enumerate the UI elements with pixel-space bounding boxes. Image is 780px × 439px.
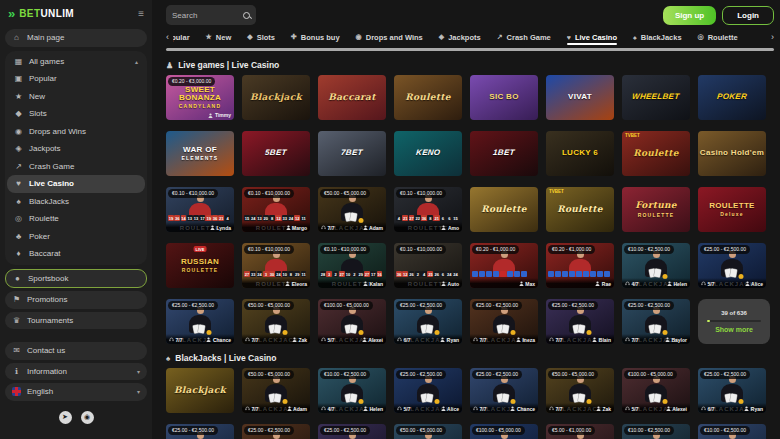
game-tile-blackjack-chance[interactable]: €25.00 - €2,500.00 BLACKJACK 7/7 Chance	[166, 299, 234, 344]
game-tile-blackjack[interactable]: Blackjack	[242, 75, 310, 120]
sidebar-item-jackpots[interactable]: ◈Jackpots	[7, 140, 145, 158]
tabs-scroll-right-icon[interactable]: ›	[771, 32, 774, 42]
game-tile-blackjack-helen[interactable]: €10.00 - €2,500.00 BLACKJACK 4/7 Helen	[318, 368, 386, 413]
game-tile-fortune-roulette[interactable]: Fortune ROULETTE	[622, 187, 690, 232]
game-tile-roulette-margo[interactable]: €0.10 - €10,000.00 1524132081233241211 R…	[242, 187, 310, 232]
tab-roulette[interactable]: ◎Roulette	[698, 29, 738, 45]
game-tile-roulette-amo[interactable]: €0.10 - €10,000.00 4212722368216615 ROUL…	[394, 187, 462, 232]
game-tile-blackjack[interactable]: €50.00 - €5,000.00 BLACKJACK	[394, 424, 462, 439]
game-tile-roulette[interactable]: TVBET Roulette	[622, 131, 690, 176]
game-tile-sic-bo[interactable]: SIC BO	[470, 75, 538, 120]
game-tile-roulette-kalan[interactable]: €0.10 - €10,000.00 28322710229271716 ROU…	[318, 243, 386, 288]
sidebar-item-roulette[interactable]: ◎Roulette	[7, 210, 145, 228]
game-tile-roulette-eleora[interactable]: €0.10 - €10,000.00 273324330241082911 RO…	[242, 243, 310, 288]
search-icon[interactable]	[243, 12, 250, 19]
game-tile-blackjack[interactable]: €25.00 - €2,500.00 BLACKJACK	[166, 424, 234, 439]
sidebar-item-english[interactable]: English▾	[5, 383, 147, 401]
tab-new[interactable]: ★New	[206, 29, 232, 45]
game-tile-roulette[interactable]: TVBET Roulette	[546, 187, 614, 232]
tab-live-casino[interactable]: ♥Live Casino	[567, 29, 617, 45]
game-tile-blackjack[interactable]: €10.00 - €2,500.00 BLACKJACK	[622, 424, 690, 439]
game-tile-blackjack-alexei[interactable]: €100.00 - €5,000.00 BLACKJACK 5/7 Alexei	[622, 368, 690, 413]
sidebar-item-crash-game[interactable]: ↗Crash Game	[7, 158, 145, 176]
instagram-icon[interactable]: ◉	[81, 411, 94, 424]
tab-slots[interactable]: ◆Slots	[247, 29, 275, 45]
sidebar-item-blackjacks[interactable]: ♠BlackJacks	[7, 193, 145, 211]
game-tile-vivat[interactable]: VIVAT	[546, 75, 614, 120]
sidebar-item-new[interactable]: ★New	[7, 88, 145, 106]
tab-blackjacks[interactable]: ♠BlackJacks	[633, 29, 682, 45]
game-tile-blackjack[interactable]: €5.00 - €1,000.00 BLACKJACK	[546, 424, 614, 439]
game-tile-roulette-lynda[interactable]: €0.10 - €10,000.00 1936141313171936214 R…	[166, 187, 234, 232]
game-tile-blackjack-ryan[interactable]: €25.00 - €2,500.00 BLACKJACK 6/7 Ryan	[394, 299, 462, 344]
sidebar-item-poker[interactable]: ♣Poker	[7, 228, 145, 246]
game-tile-blackjack-ineza[interactable]: €25.00 - €2,500.00 BLACKJACK 7/7 Ineza	[470, 299, 538, 344]
sidebar-item-popular[interactable]: ▣Popular	[7, 70, 145, 88]
game-tile-blackjack-zak[interactable]: €50.00 - €5,000.00 BLACKJACK 7/7 Zak	[546, 368, 614, 413]
game-tile-blackjack[interactable]: Blackjack	[166, 368, 234, 413]
game-tile-blackjack-adam[interactable]: €50.00 - €5,000.00 BLACKJACK 7/7 Adam	[318, 187, 386, 232]
game-tile-poker[interactable]: POKER	[698, 75, 766, 120]
sidebar-item-information[interactable]: ℹInformation▾	[5, 363, 147, 381]
sidebar-item-contact-us[interactable]: ✉Contact us	[5, 342, 147, 360]
login-button[interactable]: Login	[722, 6, 774, 25]
game-tile-russian-roulette[interactable]: LIVE RUSSIAN ROULETTE	[166, 243, 234, 288]
game-tile-7bet[interactable]: 7BET	[318, 131, 386, 176]
sign-up-button[interactable]: Sign up	[663, 6, 716, 25]
game-tile-blackjack-alice[interactable]: €25.00 - €2,500.00 BLACKJACK 5/7 Alice	[394, 368, 462, 413]
sidebar-item-drops-and-wins[interactable]: ◉Drops and Wins	[7, 123, 145, 141]
sidebar-collapse-icon[interactable]: ≡	[138, 8, 144, 19]
sidebar-item-live-casino[interactable]: ♥Live Casino	[7, 175, 145, 193]
game-tile-wheelbet[interactable]: WHEELBET	[622, 75, 690, 120]
telegram-icon[interactable]: ➤	[59, 411, 72, 424]
game-tile-blackjack[interactable]: €25.00 - €2,500.00 BLACKJACK	[242, 424, 310, 439]
game-tile-blackjack-alexei[interactable]: €100.00 - €5,000.00 BLACKJACK 5/7 Alexei	[318, 299, 386, 344]
tab-crash-game[interactable]: ↗Crash Game	[497, 29, 551, 45]
game-tile-casino-hold-em[interactable]: Casino Hold'em	[698, 131, 766, 176]
game-tile-baccarat[interactable]: Baccarat	[318, 75, 386, 120]
game-tile-roulette-auto[interactable]: €0.10 - €10,000.00 36122624252662424 ROU…	[394, 243, 462, 288]
social-links: ➤◉	[5, 411, 147, 424]
game-tile-war-of-elements[interactable]: WAR OF ELEMENTS	[166, 131, 234, 176]
game-tile-lucky-6[interactable]: LUCKY 6	[546, 131, 614, 176]
tabs-scroll-left-icon[interactable]: ‹	[166, 32, 169, 42]
game-tile-blackjack-blain[interactable]: €25.00 - €2,500.00 BLACKJACK 7/7 Blain	[546, 299, 614, 344]
tab-jackpots[interactable]: ◈Jackpots	[439, 29, 481, 45]
game-tile-blackjack-alice[interactable]: €25.00 - €2,500.00 BLACKJACK 5/7 Alice	[698, 243, 766, 288]
game-tile-blackjack[interactable]: €10.00 - €2,500.00 BLACKJACK	[698, 424, 766, 439]
sidebar-item-baccarat[interactable]: ♦Baccarat	[7, 245, 145, 263]
sidebar-item-sportsbook[interactable]: ●Sportsbook	[6, 270, 146, 288]
game-tile-blackjack[interactable]: €25.00 - €2,500.00 BLACKJACK	[318, 424, 386, 439]
sidebar-item-slots[interactable]: ◆Slots	[7, 105, 145, 123]
tile-name-bar: BLACKJACK 5/7 Alexei	[318, 334, 386, 344]
game-tile-roulette-deluxe[interactable]: ROULETTE Deluxe	[698, 187, 766, 232]
game-tile-blackjack-helen[interactable]: €10.00 - €2,500.00 BLACKJACK 4/7 Helen	[622, 243, 690, 288]
game-tile-blackjack-adam[interactable]: €50.00 - €5,000.00 BLACKJACK 7/7 Adam	[242, 368, 310, 413]
game-tile-1bet[interactable]: 1BET	[470, 131, 538, 176]
show-more-card[interactable]: 39 of 636 Show more	[698, 299, 770, 344]
game-tile-5bet[interactable]: 5BET	[242, 131, 310, 176]
search-box[interactable]	[166, 5, 256, 25]
game-tile-table-max[interactable]: €0.20 - €1,000.00 Max	[470, 243, 538, 288]
sidebar-item-all-games[interactable]: ▦All games▴	[7, 53, 145, 71]
game-tile-roulette[interactable]: Roulette	[470, 187, 538, 232]
tabs-scrollbar[interactable]	[166, 48, 774, 51]
game-tile-blackjack-chance[interactable]: €25.00 - €2,500.00 BLACKJACK 7/7 Chance	[470, 368, 538, 413]
game-tile-sweet-bonanza-candyland[interactable]: €0.20 - €3,000.00 SWEET BONANZA CANDYLAN…	[166, 75, 234, 120]
game-tile-blackjack-baylor[interactable]: €25.00 - €2,500.00 BLACKJACK 7/7 Baylor	[622, 299, 690, 344]
tab-drops-and-wins[interactable]: ◉Drops and Wins	[356, 29, 423, 45]
game-tile-blackjack-zak[interactable]: €50.00 - €5,000.00 BLACKJACK 7/7 Zak	[242, 299, 310, 344]
game-tile-keno[interactable]: KENO	[394, 131, 462, 176]
brand-name[interactable]: BETUNLIM	[19, 8, 74, 19]
show-more-button[interactable]: Show more	[715, 326, 753, 333]
search-input[interactable]	[172, 11, 232, 20]
sidebar-item-main-page[interactable]: ⌂Main page	[5, 29, 147, 47]
game-tile-blackjack[interactable]: €100.00 - €5,000.00 BLACKJACK	[470, 424, 538, 439]
game-tile-blackjack-ryan[interactable]: €25.00 - €2,500.00 BLACKJACK 6/7 Ryan	[698, 368, 766, 413]
sidebar-item-promotions[interactable]: ⚑Promotions	[5, 291, 147, 309]
game-tile-table-rae[interactable]: €0.20 - €1,000.00 Rae	[546, 243, 614, 288]
tab-bonus-buy[interactable]: ✚Bonus buy	[291, 29, 340, 45]
tab-popular[interactable]: ▣Popular	[173, 29, 190, 45]
game-tile-roulette[interactable]: Roulette	[394, 75, 462, 120]
sidebar-item-tournaments[interactable]: ♛Tournaments	[5, 312, 147, 330]
